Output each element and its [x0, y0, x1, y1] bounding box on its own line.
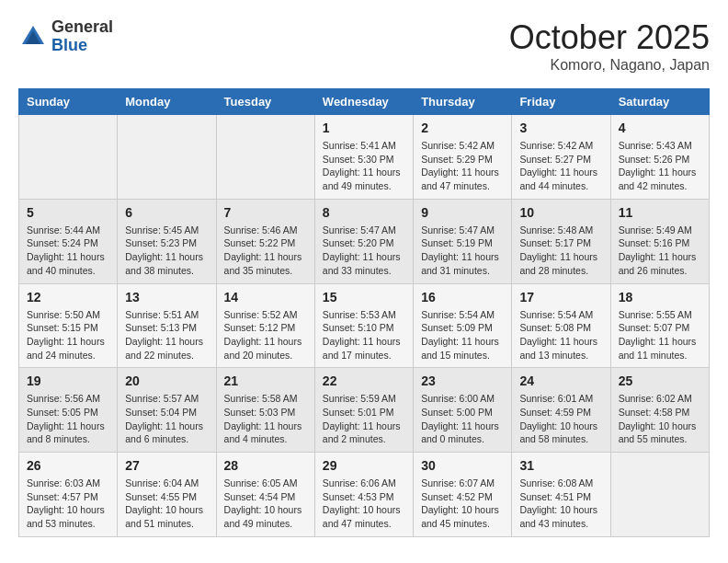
calendar-table: SundayMondayTuesdayWednesdayThursdayFrid… [18, 88, 710, 537]
calendar-cell [216, 115, 314, 200]
calendar-cell: 11Sunrise: 5:49 AM Sunset: 5:16 PM Dayli… [610, 199, 709, 283]
calendar-week-5: 26Sunrise: 6:03 AM Sunset: 4:57 PM Dayli… [19, 453, 710, 537]
day-number: 28 [224, 458, 307, 473]
day-info: Sunrise: 5:43 AM Sunset: 5:26 PM Dayligh… [619, 139, 701, 193]
day-info: Sunrise: 5:53 AM Sunset: 5:10 PM Dayligh… [323, 308, 405, 362]
calendar-cell: 20Sunrise: 5:57 AM Sunset: 5:04 PM Dayli… [118, 368, 216, 453]
calendar-cell [19, 115, 118, 200]
month-title: October 2025 [509, 18, 710, 57]
day-info: Sunrise: 6:00 AM Sunset: 5:00 PM Dayligh… [421, 392, 504, 446]
weekday-header-row: SundayMondayTuesdayWednesdayThursdayFrid… [19, 89, 710, 115]
weekday-header-wednesday: Wednesday [314, 89, 413, 115]
calendar-cell: 2Sunrise: 5:42 AM Sunset: 5:29 PM Daylig… [414, 115, 512, 200]
calendar-cell: 16Sunrise: 5:54 AM Sunset: 5:09 PM Dayli… [414, 283, 512, 368]
day-number: 26 [27, 458, 109, 473]
day-info: Sunrise: 5:46 AM Sunset: 5:22 PM Dayligh… [224, 224, 307, 278]
calendar-cell: 25Sunrise: 6:02 AM Sunset: 4:58 PM Dayli… [610, 368, 709, 453]
day-number: 20 [125, 373, 208, 388]
day-info: Sunrise: 6:02 AM Sunset: 4:58 PM Dayligh… [619, 392, 701, 446]
day-info: Sunrise: 5:56 AM Sunset: 5:05 PM Dayligh… [27, 392, 109, 446]
day-info: Sunrise: 5:55 AM Sunset: 5:07 PM Dayligh… [619, 308, 701, 362]
title-block: October 2025 Komoro, Nagano, Japan [509, 18, 710, 74]
day-number: 23 [421, 373, 504, 388]
weekday-header-tuesday: Tuesday [216, 89, 314, 115]
day-number: 5 [27, 205, 109, 220]
day-info: Sunrise: 5:54 AM Sunset: 5:08 PM Dayligh… [519, 308, 602, 362]
day-info: Sunrise: 5:58 AM Sunset: 5:03 PM Dayligh… [224, 392, 307, 446]
calendar-cell: 4Sunrise: 5:43 AM Sunset: 5:26 PM Daylig… [610, 115, 709, 200]
calendar-cell: 1Sunrise: 5:41 AM Sunset: 5:30 PM Daylig… [314, 115, 413, 200]
day-number: 10 [519, 205, 602, 220]
day-number: 30 [421, 458, 504, 473]
day-info: Sunrise: 6:06 AM Sunset: 4:53 PM Dayligh… [323, 477, 405, 531]
calendar-cell: 8Sunrise: 5:47 AM Sunset: 5:20 PM Daylig… [314, 199, 413, 283]
day-info: Sunrise: 6:07 AM Sunset: 4:52 PM Dayligh… [421, 477, 504, 531]
day-number: 6 [125, 205, 208, 220]
day-info: Sunrise: 5:59 AM Sunset: 5:01 PM Dayligh… [323, 392, 405, 446]
weekday-header-sunday: Sunday [19, 89, 118, 115]
day-number: 11 [619, 205, 701, 220]
day-info: Sunrise: 6:04 AM Sunset: 4:55 PM Dayligh… [125, 477, 208, 531]
day-number: 14 [224, 290, 307, 304]
calendar-cell: 28Sunrise: 6:05 AM Sunset: 4:54 PM Dayli… [216, 453, 314, 537]
calendar-cell: 9Sunrise: 5:47 AM Sunset: 5:19 PM Daylig… [414, 199, 512, 283]
logo: General Blue [18, 18, 113, 55]
day-info: Sunrise: 5:52 AM Sunset: 5:12 PM Dayligh… [224, 308, 307, 362]
calendar-cell [118, 115, 216, 200]
weekday-header-monday: Monday [118, 89, 216, 115]
calendar-cell: 14Sunrise: 5:52 AM Sunset: 5:12 PM Dayli… [216, 283, 314, 368]
day-info: Sunrise: 5:54 AM Sunset: 5:09 PM Dayligh… [421, 308, 504, 362]
calendar-week-4: 19Sunrise: 5:56 AM Sunset: 5:05 PM Dayli… [19, 368, 710, 453]
day-number: 8 [323, 205, 405, 220]
calendar-cell: 29Sunrise: 6:06 AM Sunset: 4:53 PM Dayli… [314, 453, 413, 537]
calendar-cell: 30Sunrise: 6:07 AM Sunset: 4:52 PM Dayli… [414, 453, 512, 537]
weekday-header-thursday: Thursday [414, 89, 512, 115]
calendar-cell: 5Sunrise: 5:44 AM Sunset: 5:24 PM Daylig… [19, 199, 118, 283]
calendar-cell: 18Sunrise: 5:55 AM Sunset: 5:07 PM Dayli… [610, 283, 709, 368]
calendar-week-1: 1Sunrise: 5:41 AM Sunset: 5:30 PM Daylig… [19, 115, 710, 200]
day-number: 16 [421, 290, 504, 304]
day-info: Sunrise: 5:48 AM Sunset: 5:17 PM Dayligh… [519, 224, 602, 278]
calendar-cell: 10Sunrise: 5:48 AM Sunset: 5:17 PM Dayli… [512, 199, 610, 283]
page-header: General Blue October 2025 Komoro, Nagano… [18, 18, 710, 74]
day-info: Sunrise: 5:50 AM Sunset: 5:15 PM Dayligh… [27, 308, 109, 362]
day-number: 25 [619, 373, 701, 388]
calendar-week-3: 12Sunrise: 5:50 AM Sunset: 5:15 PM Dayli… [19, 283, 710, 368]
calendar-cell: 24Sunrise: 6:01 AM Sunset: 4:59 PM Dayli… [512, 368, 610, 453]
day-info: Sunrise: 6:01 AM Sunset: 4:59 PM Dayligh… [519, 392, 602, 446]
day-info: Sunrise: 5:42 AM Sunset: 5:29 PM Dayligh… [421, 139, 504, 193]
calendar-cell: 31Sunrise: 6:08 AM Sunset: 4:51 PM Dayli… [512, 453, 610, 537]
day-info: Sunrise: 5:49 AM Sunset: 5:16 PM Dayligh… [619, 224, 701, 278]
logo-icon [18, 22, 48, 52]
day-info: Sunrise: 5:47 AM Sunset: 5:19 PM Dayligh… [421, 224, 504, 278]
calendar-cell: 19Sunrise: 5:56 AM Sunset: 5:05 PM Dayli… [19, 368, 118, 453]
day-info: Sunrise: 6:03 AM Sunset: 4:57 PM Dayligh… [27, 477, 109, 531]
day-info: Sunrise: 5:44 AM Sunset: 5:24 PM Dayligh… [27, 224, 109, 278]
day-info: Sunrise: 6:05 AM Sunset: 4:54 PM Dayligh… [224, 477, 307, 531]
calendar-cell: 7Sunrise: 5:46 AM Sunset: 5:22 PM Daylig… [216, 199, 314, 283]
day-number: 27 [125, 458, 208, 473]
day-info: Sunrise: 5:47 AM Sunset: 5:20 PM Dayligh… [323, 224, 405, 278]
calendar-cell: 3Sunrise: 5:42 AM Sunset: 5:27 PM Daylig… [512, 115, 610, 200]
calendar-cell: 15Sunrise: 5:53 AM Sunset: 5:10 PM Dayli… [314, 283, 413, 368]
day-info: Sunrise: 5:57 AM Sunset: 5:04 PM Dayligh… [125, 392, 208, 446]
day-number: 9 [421, 205, 504, 220]
weekday-header-saturday: Saturday [610, 89, 709, 115]
day-number: 18 [619, 290, 701, 304]
day-number: 21 [224, 373, 307, 388]
calendar-cell: 12Sunrise: 5:50 AM Sunset: 5:15 PM Dayli… [19, 283, 118, 368]
day-number: 2 [421, 121, 504, 135]
day-number: 22 [323, 373, 405, 388]
weekday-header-friday: Friday [512, 89, 610, 115]
calendar-cell: 26Sunrise: 6:03 AM Sunset: 4:57 PM Dayli… [19, 453, 118, 537]
calendar-cell: 22Sunrise: 5:59 AM Sunset: 5:01 PM Dayli… [314, 368, 413, 453]
day-info: Sunrise: 6:08 AM Sunset: 4:51 PM Dayligh… [519, 477, 602, 531]
calendar-cell: 6Sunrise: 5:45 AM Sunset: 5:23 PM Daylig… [118, 199, 216, 283]
calendar-cell: 17Sunrise: 5:54 AM Sunset: 5:08 PM Dayli… [512, 283, 610, 368]
day-number: 1 [323, 121, 405, 135]
logo-text: General Blue [51, 18, 113, 55]
calendar-cell: 13Sunrise: 5:51 AM Sunset: 5:13 PM Dayli… [118, 283, 216, 368]
location: Komoro, Nagano, Japan [509, 57, 710, 74]
day-number: 31 [519, 458, 602, 473]
day-number: 12 [27, 290, 109, 304]
